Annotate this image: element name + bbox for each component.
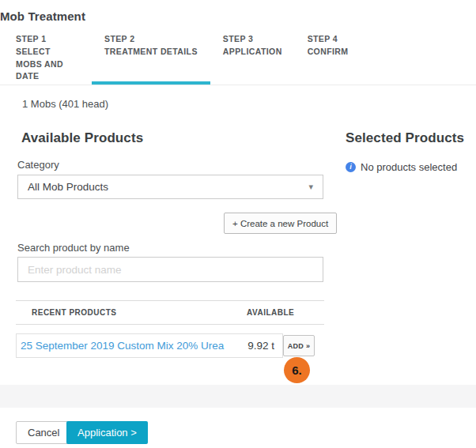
empty-state-label: No products selected	[361, 161, 457, 173]
info-icon: i	[346, 162, 356, 172]
footer-separator-bar	[0, 385, 476, 408]
column-header-available: AVAILABLE	[247, 308, 324, 317]
category-selected-value: All Mob Products	[28, 181, 308, 193]
available-quantity: 9.92 t	[247, 340, 282, 352]
selected-products-heading: Selected Products	[346, 130, 464, 146]
tab-step1-select-mobs[interactable]: STEP 1 SELECT MOBS AND DATE	[3, 32, 92, 85]
tab-step3-application[interactable]: STEP 3 APPLICATION	[210, 32, 295, 85]
tab-step-label: TREATMENT DETAILS	[104, 46, 198, 58]
column-header-recent-products: RECENT PRODUCTS	[32, 308, 247, 317]
tab-step-label: CONFIRM	[308, 46, 349, 58]
table-header-row: RECENT PRODUCTS AVAILABLE	[16, 300, 324, 325]
step-annotation-badge: 6.	[284, 357, 310, 383]
search-label: Search product by name	[17, 242, 130, 254]
product-name-link[interactable]: 25 September 2019 Custom Mix 20% Urea	[21, 340, 247, 352]
category-select[interactable]: All Mob Products ▾	[17, 175, 323, 199]
tab-step-number: STEP 2	[104, 33, 198, 46]
table-row: 25 September 2019 Custom Mix 20% Urea 9.…	[16, 333, 324, 358]
search-input[interactable]	[17, 257, 323, 282]
tab-step4-confirm[interactable]: STEP 4 CONFIRM	[295, 32, 361, 85]
mob-treatment-dialog: Mob Treatment STEP 1 SELECT MOBS AND DAT…	[0, 0, 476, 448]
tab-step-number: STEP 4	[308, 33, 349, 46]
tab-step-label: SELECT MOBS AND DATE	[16, 46, 79, 83]
wizard-steps: STEP 1 SELECT MOBS AND DATE STEP 2 TREAT…	[3, 32, 361, 85]
chevron-down-icon: ▾	[308, 182, 313, 192]
mob-summary: 1 Mobs (401 head)	[22, 98, 108, 110]
category-label: Category	[17, 159, 59, 171]
application-next-button[interactable]: Application >	[66, 421, 148, 444]
available-products-heading: Available Products	[21, 130, 143, 146]
create-new-product-button[interactable]: + Create a new Product	[224, 213, 337, 234]
tab-step-number: STEP 3	[223, 33, 282, 46]
tab-step2-treatment-details[interactable]: STEP 2 TREATMENT DETAILS	[92, 32, 210, 85]
product-row-cells: 25 September 2019 Custom Mix 20% Urea 9.…	[16, 333, 283, 358]
page-title: Mob Treatment	[0, 9, 85, 23]
cancel-button[interactable]: Cancel	[16, 421, 71, 444]
recent-products-table: RECENT PRODUCTS AVAILABLE 25 September 2…	[16, 300, 324, 358]
tab-step-number: STEP 1	[16, 33, 79, 46]
add-product-button[interactable]: ADD »	[283, 335, 315, 356]
no-products-selected-message: i No products selected	[346, 161, 457, 173]
tab-step-label: APPLICATION	[223, 46, 282, 58]
tabs-divider	[0, 85, 476, 85]
